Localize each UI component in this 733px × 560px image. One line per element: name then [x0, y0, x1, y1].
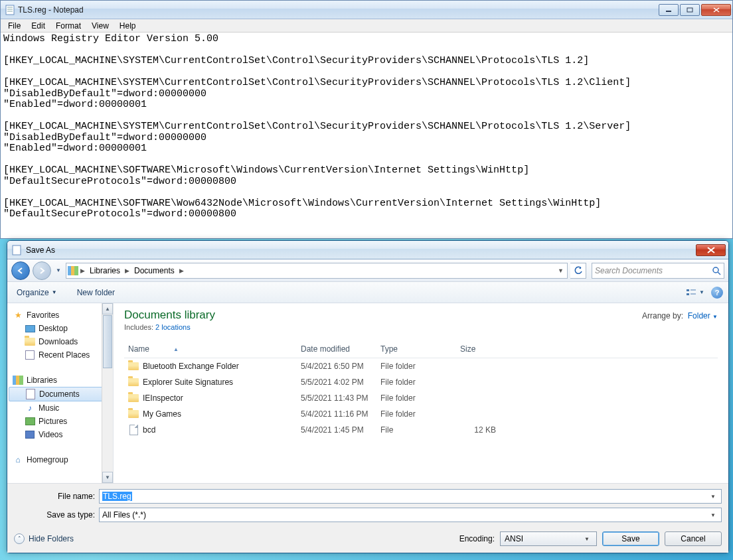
arrange-by[interactable]: Arrange by: Folder ▼: [642, 311, 718, 320]
refresh-button[interactable]: [570, 263, 586, 279]
sidebar-libraries[interactable]: Libraries: [7, 374, 113, 387]
minimize-button[interactable]: [659, 4, 679, 16]
nav-forward-button[interactable]: [33, 261, 51, 280]
encoding-combo[interactable]: ANSI ▼: [500, 531, 597, 546]
column-size[interactable]: Size: [456, 343, 509, 355]
table-row[interactable]: IEInspector5/5/2021 11:43 PMFile folder: [124, 390, 718, 406]
help-button[interactable]: ?: [711, 287, 723, 299]
notepad-app-icon: [5, 5, 15, 15]
search-input[interactable]: Search Documents: [592, 263, 724, 279]
notepad-titlebar[interactable]: TLS.reg - Notepad: [1, 1, 732, 19]
chevron-down-icon[interactable]: ▼: [708, 509, 718, 521]
homegroup-icon: ⌂: [13, 455, 23, 465]
library-title: Documents library: [124, 309, 718, 322]
svg-point-11: [713, 267, 718, 273]
sidebar-documents[interactable]: Documents: [9, 387, 112, 401]
filename-label: File name:: [14, 492, 99, 501]
chevron-right-icon[interactable]: ▶: [177, 267, 186, 274]
close-button[interactable]: [701, 4, 731, 16]
menu-help[interactable]: Help: [115, 20, 141, 32]
sidebar-favorites[interactable]: ★Favorites: [7, 309, 113, 322]
view-options-button[interactable]: ▼: [683, 285, 707, 300]
new-folder-button[interactable]: New folder: [73, 285, 119, 300]
column-type[interactable]: Type: [376, 343, 456, 355]
column-date[interactable]: Date modified: [297, 343, 376, 355]
scroll-up-button[interactable]: ▲: [102, 303, 113, 315]
svg-rect-14: [687, 293, 689, 295]
table-header: Name▲ Date modified Type Size: [124, 340, 718, 358]
chevron-down-icon[interactable]: ▼: [582, 533, 592, 545]
menu-format[interactable]: Format: [51, 20, 86, 32]
file-name: My Games: [143, 409, 181, 419]
filename-input[interactable]: TLS.reg ▼: [99, 489, 722, 504]
nav-back-button[interactable]: [11, 261, 30, 280]
column-name[interactable]: Name▲: [124, 343, 297, 355]
svg-rect-8: [13, 245, 21, 255]
sidebar-desktop[interactable]: Desktop: [7, 322, 113, 335]
menu-file[interactable]: File: [3, 20, 25, 32]
file-size: 12 KB: [456, 425, 509, 435]
menu-view[interactable]: View: [87, 20, 114, 32]
file-type: File folder: [376, 377, 456, 387]
notepad-menubar: File Edit Format View Help: [1, 19, 732, 33]
file-type: File folder: [376, 393, 456, 403]
file-date: 5/5/2021 4:02 PM: [297, 377, 376, 387]
sidebar-videos[interactable]: Videos: [7, 428, 113, 441]
savetype-label: Save as type:: [14, 510, 99, 520]
notepad-window: TLS.reg - Notepad File Edit Format View …: [0, 0, 733, 239]
svg-rect-5: [687, 8, 692, 12]
sidebar-music[interactable]: ♪Music: [7, 401, 113, 415]
scroll-thumb[interactable]: [103, 315, 112, 368]
sidebar-scrollbar[interactable]: ▲ ▼: [102, 303, 113, 483]
sidebar-homegroup[interactable]: ⌂Homegroup: [7, 453, 113, 466]
saveas-titlebar[interactable]: Save As: [7, 241, 728, 259]
table-row[interactable]: My Games5/4/2021 11:16 PMFile folder: [124, 406, 718, 422]
hide-folders-button[interactable]: ˄ Hide Folders: [14, 533, 74, 544]
libraries-icon: [13, 375, 23, 385]
file-type: File folder: [376, 361, 456, 372]
saveas-footer: File name: TLS.reg ▼ Save as type: All F…: [7, 483, 728, 553]
search-icon: [712, 266, 721, 275]
save-button[interactable]: Save: [602, 531, 659, 546]
scroll-down-button[interactable]: ▼: [102, 472, 113, 483]
library-subtitle: Includes: 2 locations: [124, 323, 718, 331]
recent-icon: [25, 350, 35, 360]
folder-icon: [128, 377, 139, 387]
file-name: bcd: [143, 425, 155, 435]
folder-icon: [128, 409, 139, 419]
savetype-combo[interactable]: All Files (*.*) ▼: [99, 508, 722, 522]
notepad-text-content[interactable]: Windows Registry Editor Version 5.00 [HK…: [1, 33, 732, 238]
nav-history-dropdown[interactable]: ▼: [54, 263, 63, 279]
chevron-up-icon: ˄: [14, 533, 25, 544]
maximize-button[interactable]: [680, 4, 700, 16]
breadcrumb-libraries[interactable]: Libraries: [87, 266, 123, 275]
breadcrumb[interactable]: ▶ Libraries ▶ Documents ▶ ▼: [66, 263, 568, 279]
table-row[interactable]: Explorer Suite Signatures5/5/2021 4:02 P…: [124, 374, 718, 390]
table-row[interactable]: Bluetooth Exchange Folder5/4/2021 6:50 P…: [124, 358, 718, 374]
save-as-dialog: Save As ▼ ▶ Libraries ▶ Documents ▶ ▼ Se…: [7, 240, 729, 553]
chevron-right-icon[interactable]: ▶: [123, 267, 131, 274]
breadcrumb-documents[interactable]: Documents: [131, 266, 177, 275]
file-size: [456, 382, 509, 383]
sidebar-pictures[interactable]: Pictures: [7, 415, 113, 428]
sidebar-downloads[interactable]: Downloads: [7, 335, 113, 348]
saveas-close-button[interactable]: [696, 244, 726, 256]
chevron-right-icon[interactable]: ▶: [78, 267, 87, 274]
saveas-toolbar: Organize ▼ New folder ▼ ?: [7, 282, 728, 303]
svg-line-12: [718, 272, 720, 275]
sidebar-recent-places[interactable]: Recent Places: [7, 348, 113, 362]
organize-menu[interactable]: Organize ▼: [13, 285, 61, 300]
breadcrumb-dropdown-icon[interactable]: ▼: [556, 267, 566, 274]
cancel-button[interactable]: Cancel: [665, 531, 722, 546]
folder-icon: [128, 361, 139, 372]
pictures-icon: [25, 416, 35, 427]
locations-link[interactable]: 2 locations: [155, 323, 191, 331]
file-size: [456, 366, 509, 367]
videos-icon: [25, 429, 35, 440]
table-row[interactable]: bcd5/4/2021 1:45 PMFile12 KB: [124, 422, 718, 438]
sort-asc-icon: ▲: [173, 346, 179, 352]
downloads-icon: [25, 336, 35, 347]
chevron-down-icon[interactable]: ▼: [708, 490, 718, 502]
search-placeholder: Search Documents: [595, 266, 663, 275]
menu-edit[interactable]: Edit: [27, 20, 50, 32]
